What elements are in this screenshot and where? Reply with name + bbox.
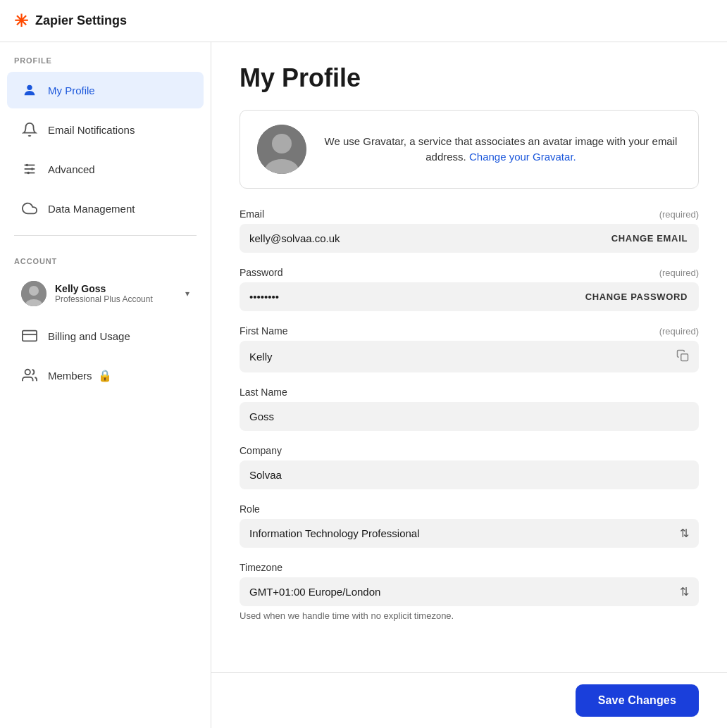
gravatar-avatar xyxy=(257,125,306,174)
last-name-label-row: Last Name xyxy=(240,387,699,398)
sidebar-item-data-management[interactable]: Data Management xyxy=(7,190,204,227)
last-name-field-group: Last Name xyxy=(240,387,699,431)
sidebar-item-billing[interactable]: Billing and Usage xyxy=(7,318,204,354)
account-info: Kelly Goss Professional Plus Account xyxy=(55,283,185,304)
sidebar-item-label: Advanced xyxy=(48,163,95,175)
timezone-label-row: Timezone xyxy=(240,562,699,573)
account-name: Kelly Goss xyxy=(55,283,185,294)
timezone-select-row: GMT+01:00 Europe/London GMT+00:00 UTC GM… xyxy=(240,577,699,606)
sidebar-item-label: Data Management xyxy=(48,203,135,215)
password-input-row: CHANGE PASSWORD xyxy=(240,282,699,311)
password-label: Password xyxy=(240,267,282,278)
timezone-hint: Used when we handle time with no explici… xyxy=(240,610,699,621)
change-password-button[interactable]: CHANGE PASSWORD xyxy=(574,283,699,310)
change-email-button[interactable]: CHANGE EMAIL xyxy=(600,225,699,252)
sidebar-item-advanced[interactable]: Advanced xyxy=(7,151,204,187)
last-name-label: Last Name xyxy=(240,387,287,398)
bell-icon xyxy=(21,121,38,138)
first-name-field-group: First Name (required) xyxy=(240,325,699,372)
svg-rect-10 xyxy=(23,331,37,341)
person-icon xyxy=(21,82,38,99)
role-field-group: Role Information Technology Professional… xyxy=(240,503,699,548)
sidebar-item-label: Billing and Usage xyxy=(48,330,130,342)
svg-point-12 xyxy=(25,370,30,375)
svg-point-14 xyxy=(272,134,292,153)
header: ✳ Zapier Settings xyxy=(0,0,727,42)
email-input-row: CHANGE EMAIL xyxy=(240,224,699,253)
email-label-row: Email (required) xyxy=(240,208,699,220)
role-select-row: Information Technology Professional Deve… xyxy=(240,519,699,548)
sidebar-item-members[interactable]: Members 🔒 xyxy=(7,357,204,394)
first-name-input-row xyxy=(240,341,699,372)
email-label: Email xyxy=(240,208,264,220)
password-required: (required) xyxy=(659,268,699,278)
role-label-row: Role xyxy=(240,503,699,515)
sidebar-item-email-notifications[interactable]: Email Notifications xyxy=(7,111,204,148)
timezone-label: Timezone xyxy=(240,562,282,573)
first-name-input[interactable] xyxy=(240,342,666,371)
sidebar-item-label: My Profile xyxy=(48,84,95,96)
svg-point-4 xyxy=(26,164,29,167)
company-field-group: Company xyxy=(240,445,699,489)
profile-section-label: PROFILE xyxy=(0,42,211,70)
company-label-row: Company xyxy=(240,445,699,456)
gravatar-description: We use Gravatar, a service that associat… xyxy=(321,134,681,165)
timezone-select-arrow: ⇅ xyxy=(670,585,699,598)
app-title: Zapier Settings xyxy=(35,13,127,28)
gravatar-link[interactable]: Change your Gravatar. xyxy=(469,151,576,163)
svg-point-6 xyxy=(27,172,30,175)
svg-point-8 xyxy=(29,286,39,296)
account-section-label: ACCOUNT xyxy=(0,243,211,271)
zapier-logo: ✳ xyxy=(14,11,28,31)
avatar xyxy=(21,281,46,306)
footer-bar: Save Changes xyxy=(211,672,727,728)
svg-rect-16 xyxy=(681,354,688,361)
role-select[interactable]: Information Technology Professional Deve… xyxy=(240,519,670,548)
sliders-icon xyxy=(21,161,38,177)
page-title: My Profile xyxy=(240,63,699,93)
email-required: (required) xyxy=(659,209,699,220)
last-name-input[interactable] xyxy=(240,402,699,431)
sidebar-item-my-profile[interactable]: My Profile xyxy=(7,72,204,108)
people-icon xyxy=(21,367,38,384)
account-user[interactable]: Kelly Goss Professional Plus Account ▾ xyxy=(7,272,204,315)
email-field-group: Email (required) CHANGE EMAIL xyxy=(240,208,699,253)
sidebar-item-label: Email Notifications xyxy=(48,124,135,136)
password-field-group: Password (required) CHANGE PASSWORD xyxy=(240,267,699,311)
password-input[interactable] xyxy=(240,282,574,311)
content-area: My Profile We use Gravatar, a service th… xyxy=(211,42,727,672)
password-label-row: Password (required) xyxy=(240,267,699,278)
account-plan: Professional Plus Account xyxy=(55,294,185,304)
svg-point-0 xyxy=(27,85,32,90)
main-layout: PROFILE My Profile Email Notifications A… xyxy=(0,42,727,728)
last-name-input-row xyxy=(240,402,699,431)
first-name-required: (required) xyxy=(659,326,699,337)
sidebar-item-label: Members xyxy=(48,370,92,382)
sidebar-divider xyxy=(14,235,197,236)
company-input[interactable] xyxy=(240,460,699,489)
role-select-arrow: ⇅ xyxy=(670,527,699,540)
first-name-label-row: First Name (required) xyxy=(240,325,699,337)
first-name-copy-icon[interactable] xyxy=(666,341,699,372)
chevron-down-icon: ▾ xyxy=(185,289,189,299)
save-changes-button[interactable]: Save Changes xyxy=(576,684,699,717)
sidebar: PROFILE My Profile Email Notifications A… xyxy=(0,42,211,728)
company-input-row xyxy=(240,460,699,489)
svg-point-5 xyxy=(31,168,34,170)
cloud-icon xyxy=(21,200,38,217)
company-label: Company xyxy=(240,445,282,456)
lock-icon: 🔒 xyxy=(98,369,112,382)
email-input[interactable] xyxy=(240,224,600,253)
first-name-label: First Name xyxy=(240,325,287,337)
timezone-select[interactable]: GMT+01:00 Europe/London GMT+00:00 UTC GM… xyxy=(240,577,670,606)
role-label: Role xyxy=(240,503,260,515)
timezone-field-group: Timezone GMT+01:00 Europe/London GMT+00:… xyxy=(240,562,699,621)
gravatar-box: We use Gravatar, a service that associat… xyxy=(240,110,699,189)
card-icon xyxy=(21,327,38,344)
